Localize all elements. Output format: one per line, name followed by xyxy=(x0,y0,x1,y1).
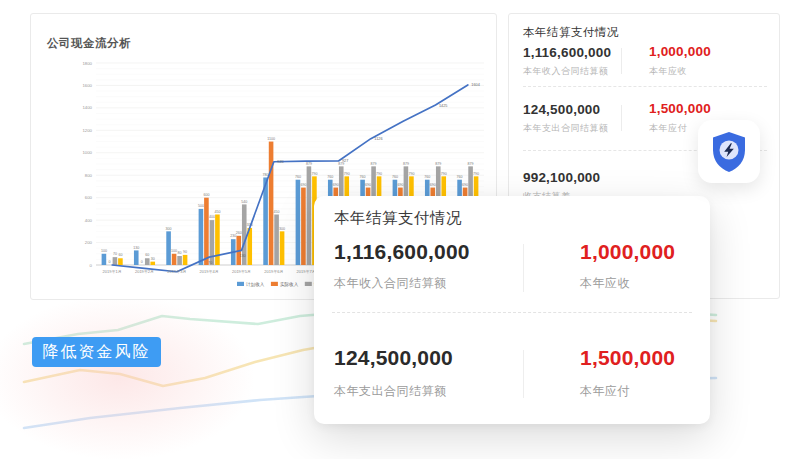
popup-title: 本年结算支付情况 xyxy=(334,208,462,229)
svg-text:60: 60 xyxy=(145,253,149,257)
column-divider xyxy=(621,48,622,74)
column-divider xyxy=(523,244,524,292)
svg-text:2019年4月: 2019年4月 xyxy=(200,269,219,274)
svg-text:60: 60 xyxy=(118,253,122,257)
svg-text:70: 70 xyxy=(113,252,117,256)
popup-receivable-label: 本年应收 xyxy=(580,275,630,292)
shield-lightning-icon xyxy=(709,130,749,174)
svg-text:1126: 1126 xyxy=(374,137,382,141)
svg-text:1425: 1425 xyxy=(439,104,447,108)
popup-expenditure-contract-settlement-label: 本年支出合同结算额 xyxy=(334,383,447,400)
svg-text:1400: 1400 xyxy=(82,105,92,110)
svg-text:760: 760 xyxy=(327,175,333,179)
svg-text:690: 690 xyxy=(300,183,306,187)
svg-text:790: 790 xyxy=(376,172,382,176)
security-shield-badge xyxy=(698,120,760,183)
svg-text:790: 790 xyxy=(344,172,350,176)
expenditure-contract-settlement-label: 本年支出合同结算额 xyxy=(523,122,609,135)
receivable-label: 本年应收 xyxy=(649,65,687,78)
svg-text:2019年5月: 2019年5月 xyxy=(232,269,251,274)
svg-text:30: 30 xyxy=(151,257,155,261)
svg-text:790: 790 xyxy=(408,172,414,176)
svg-text:1200: 1200 xyxy=(82,128,92,133)
popup-income-contract-settlement-value: 1,116,600,000 xyxy=(334,240,470,264)
svg-text:879: 879 xyxy=(468,162,474,166)
svg-text:790: 790 xyxy=(473,172,479,176)
svg-text:1604: 1604 xyxy=(471,83,479,87)
svg-text:90: 90 xyxy=(183,250,187,254)
svg-text:879: 879 xyxy=(306,162,312,166)
svg-text:760: 760 xyxy=(295,175,301,179)
popup-payable-value: 1,500,000 xyxy=(580,346,675,370)
svg-text:400: 400 xyxy=(85,218,93,223)
svg-text:1600: 1600 xyxy=(82,83,92,88)
svg-text:实际收入: 实际收入 xyxy=(280,281,299,288)
svg-text:100: 100 xyxy=(101,249,107,253)
column-divider xyxy=(621,105,622,131)
svg-text:130: 130 xyxy=(133,246,139,250)
settlement-balance-value: 992,100,000 xyxy=(523,170,600,185)
svg-text:260: 260 xyxy=(236,231,242,235)
receivable-value: 1,000,000 xyxy=(649,44,711,59)
risk-reduction-tag[interactable]: 降低资金风险 xyxy=(32,337,161,367)
row-divider xyxy=(332,312,692,313)
svg-text:690: 690 xyxy=(430,183,436,187)
svg-text:70: 70 xyxy=(208,261,212,265)
svg-text:760: 760 xyxy=(392,175,398,179)
svg-text:540: 540 xyxy=(241,200,247,204)
svg-text:690: 690 xyxy=(462,183,468,187)
svg-text:690: 690 xyxy=(365,183,371,187)
svg-text:400: 400 xyxy=(209,215,215,219)
svg-text:450: 450 xyxy=(214,210,220,214)
svg-text:500: 500 xyxy=(198,204,204,208)
svg-text:790: 790 xyxy=(441,172,447,176)
svg-text:100: 100 xyxy=(171,249,177,253)
income-contract-settlement-value: 1,116,600,000 xyxy=(523,45,611,60)
income-contract-settlement-label: 本年收入合同结算额 xyxy=(523,65,609,78)
popup-expenditure-contract-settlement-value: 124,500,000 xyxy=(334,346,453,370)
payable-value: 1,500,000 xyxy=(649,101,711,116)
svg-text:1100: 1100 xyxy=(267,137,275,141)
svg-text:879: 879 xyxy=(403,162,409,166)
svg-text:1000: 1000 xyxy=(82,150,92,155)
popup-income-contract-settlement-label: 本年收入合同结算额 xyxy=(334,275,447,292)
expenditure-contract-settlement-value: 124,500,000 xyxy=(523,102,600,117)
svg-text:450: 450 xyxy=(274,210,280,214)
svg-text:760: 760 xyxy=(457,175,463,179)
svg-text:600: 600 xyxy=(85,195,93,200)
settlement-popup-card: 本年结算支付情况 1,116,600,000 本年收入合同结算额 1,000,0… xyxy=(314,196,710,424)
svg-text:200: 200 xyxy=(85,240,93,245)
svg-text:2019年6月: 2019年6月 xyxy=(264,269,283,274)
svg-text:300: 300 xyxy=(279,227,285,231)
svg-text:2019年1月: 2019年1月 xyxy=(103,269,122,274)
svg-text:2019年2月: 2019年2月 xyxy=(135,269,154,274)
svg-text:600: 600 xyxy=(203,193,209,197)
svg-text:0: 0 xyxy=(90,263,93,268)
column-divider xyxy=(523,350,524,398)
svg-text:760: 760 xyxy=(360,175,366,179)
svg-text:300: 300 xyxy=(166,227,172,231)
svg-text:879: 879 xyxy=(435,162,441,166)
svg-text:130: 130 xyxy=(239,254,245,258)
svg-text:927: 927 xyxy=(342,159,348,163)
svg-text:690: 690 xyxy=(333,183,339,187)
svg-text:0: 0 xyxy=(141,260,143,264)
svg-text:780: 780 xyxy=(263,173,269,177)
svg-text:计划收入: 计划收入 xyxy=(245,281,265,288)
svg-text:690: 690 xyxy=(397,183,403,187)
popup-receivable-value: 1,000,000 xyxy=(580,240,675,264)
finance-dashboard: 公司现金流分析 20040060080010001200140016001800… xyxy=(0,0,792,459)
svg-text:879: 879 xyxy=(371,162,377,166)
svg-text:0: 0 xyxy=(108,260,110,264)
row-divider xyxy=(523,86,767,87)
svg-text:2019年7月: 2019年7月 xyxy=(297,269,316,274)
svg-text:760: 760 xyxy=(424,175,430,179)
payable-label: 本年应付 xyxy=(649,122,687,135)
summary-panel-title: 本年结算支付情况 xyxy=(523,25,619,40)
svg-text:2019年3月: 2019年3月 xyxy=(167,269,186,274)
svg-text:1800: 1800 xyxy=(82,61,92,66)
svg-text:920: 920 xyxy=(277,160,283,164)
svg-text:800: 800 xyxy=(85,173,93,178)
popup-payable-label: 本年应付 xyxy=(580,383,630,400)
svg-text:80: 80 xyxy=(178,251,182,255)
